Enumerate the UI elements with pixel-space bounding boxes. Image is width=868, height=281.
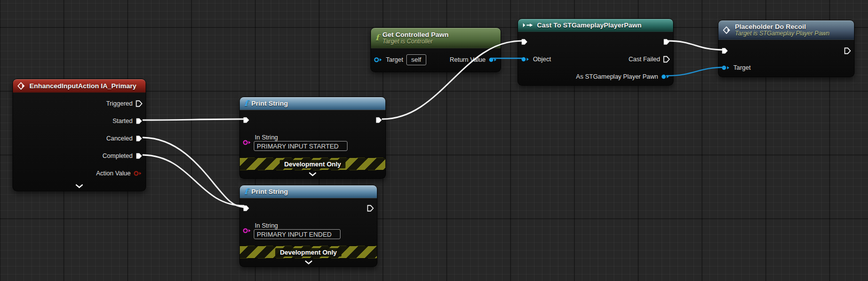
wire-canceled-to-printstring2[interactable]: [143, 138, 244, 207]
struct-pin-icon: [134, 170, 143, 176]
in-string-pin-row: In String: [240, 134, 385, 151]
node-placeholder-do-recoil[interactable]: Placeholder Do Recoil Target is STGamepl…: [718, 20, 855, 77]
node-title: Get Controlled Pawn: [382, 31, 449, 38]
target-self-value[interactable]: self: [406, 54, 426, 65]
node-title: Placeholder Do Recoil: [735, 23, 830, 30]
event-diamond-icon: [17, 82, 26, 90]
chevron-down-icon: [309, 172, 317, 176]
node-get-controlled-pawn[interactable]: f Get Controlled Pawn Target is Controll…: [370, 27, 501, 72]
node-title: Print String: [251, 100, 288, 107]
function-icon: f: [244, 100, 248, 108]
exec-pin-icon: [136, 118, 143, 125]
exec-out-pin[interactable]: [375, 117, 382, 124]
pin-triggered[interactable]: Triggered: [13, 95, 146, 112]
node-header[interactable]: f Get Controlled Pawn Target is Controll…: [371, 28, 501, 48]
pin-target[interactable]: Target self: [374, 54, 426, 65]
node-header[interactable]: f Print String: [240, 97, 385, 110]
node-expand-chevron[interactable]: [240, 170, 385, 178]
exec-out-pin[interactable]: [663, 38, 670, 45]
chevron-down-icon: [75, 184, 83, 188]
development-only-banner: Development Only: [240, 157, 385, 170]
exec-pin-icon: [136, 135, 143, 142]
object-pin-icon: [661, 74, 670, 80]
object-pin-icon: [521, 56, 530, 62]
node-title: EnhancedInputAction IA_Primary: [29, 82, 137, 90]
node-expand-chevron[interactable]: [240, 259, 377, 267]
pin-completed[interactable]: Completed: [13, 147, 146, 164]
in-string-input[interactable]: [254, 141, 347, 151]
exec-pin-icon: [136, 152, 143, 159]
string-pin-icon[interactable]: [243, 228, 252, 234]
exec-in-pin[interactable]: [721, 47, 728, 54]
node-header[interactable]: f Print String: [240, 185, 377, 198]
object-pin-icon: [489, 57, 498, 63]
exec-in-pin[interactable]: [521, 38, 528, 45]
event-diamond-icon: [723, 26, 731, 34]
cast-arrow-icon: [522, 22, 533, 28]
node-header[interactable]: Placeholder Do Recoil Target is STGamepl…: [718, 20, 854, 40]
pin-canceled[interactable]: Canceled: [13, 130, 146, 147]
pin-action-value[interactable]: Action Value: [13, 164, 146, 182]
node-print-string-1[interactable]: f Print String In String Development Onl…: [239, 97, 386, 179]
node-title: Print String: [251, 188, 288, 195]
exec-pin-row: [240, 112, 385, 128]
development-only-banner: Development Only: [240, 246, 377, 259]
exec-pin-icon: [136, 100, 143, 107]
exec-pin-row: [240, 200, 377, 216]
in-string-label: In String: [255, 134, 347, 141]
exec-out-pin[interactable]: [367, 205, 374, 212]
exec-pin-icon: [663, 56, 670, 63]
node-header[interactable]: Cast To STGameplayPlayerPawn: [518, 19, 673, 32]
pin-cast-failed[interactable]: Cast Failed: [629, 56, 670, 63]
in-string-input[interactable]: [254, 229, 341, 239]
wire-aspawn-to-target[interactable]: [667, 67, 725, 76]
blueprint-graph-canvas[interactable]: EnhancedInputAction IA_Primary Triggered…: [0, 0, 868, 281]
wire-started-to-printstring1[interactable]: [143, 119, 244, 120]
node-subtitle: Target is STGameplay Player Pawn: [735, 30, 830, 37]
pin-started[interactable]: Started: [13, 112, 146, 130]
in-string-label: In String: [255, 222, 341, 229]
in-string-pin-row: In String: [240, 222, 377, 239]
chevron-down-icon: [305, 261, 313, 265]
function-icon: f: [375, 34, 379, 42]
pin-object[interactable]: Object: [521, 56, 551, 63]
node-subtitle: Target is Controller: [382, 38, 449, 45]
node-print-string-2[interactable]: f Print String In String Development Onl…: [239, 185, 377, 267]
function-icon: f: [244, 188, 248, 196]
node-cast-to-stgameplayplayerpawn[interactable]: Cast To STGameplayPlayerPawn Object Cast…: [518, 18, 674, 86]
node-title: Cast To STGameplayPlayerPawn: [537, 21, 642, 29]
node-collapse-chevron[interactable]: [13, 182, 146, 191]
exec-out-pin[interactable]: [844, 47, 851, 54]
node-header[interactable]: EnhancedInputAction IA_Primary: [13, 79, 146, 93]
string-pin-icon[interactable]: [243, 140, 252, 145]
node-enhanced-input-action[interactable]: EnhancedInputAction IA_Primary Triggered…: [12, 79, 146, 191]
exec-in-pin[interactable]: [243, 117, 250, 124]
pin-target[interactable]: Target: [718, 59, 854, 76]
wire-completed-to-printstring2[interactable]: [143, 155, 244, 206]
object-pin-icon: [374, 57, 383, 63]
pin-as-stgameplay-player-pawn[interactable]: As STGameplay Player Pawn: [518, 69, 673, 85]
wire-cast-to-dorecoil[interactable]: [668, 41, 723, 50]
